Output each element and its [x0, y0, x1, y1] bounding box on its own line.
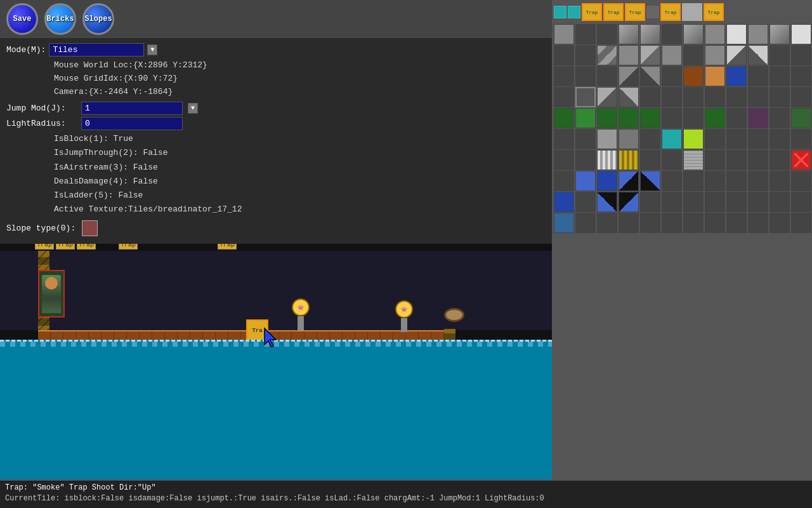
tile-0-7[interactable]: [705, 24, 725, 44]
tile-3-7[interactable]: [705, 87, 725, 107]
tile-4-11[interactable]: [791, 108, 811, 128]
tile-0-10[interactable]: [769, 24, 790, 44]
tile-3-0[interactable]: [554, 87, 574, 107]
tile-5-7[interactable]: [705, 129, 725, 149]
tile-4-10[interactable]: [769, 108, 790, 128]
tile-6-9[interactable]: [748, 150, 768, 170]
tile-0-5[interactable]: [662, 24, 682, 44]
trap-tile-4[interactable]: Trap: [660, 3, 681, 21]
tile-4-4[interactable]: [640, 108, 660, 128]
tile-6-2[interactable]: [597, 150, 617, 170]
tile-3-3[interactable]: [619, 87, 639, 107]
tile-1-5[interactable]: [662, 45, 682, 65]
tile-8-2[interactable]: [597, 192, 617, 212]
tile-9-8[interactable]: [726, 213, 747, 233]
tile-8-4[interactable]: [640, 192, 660, 212]
tile-7-7[interactable]: [705, 171, 725, 191]
jump-mod-dropdown[interactable]: ▼: [188, 103, 198, 114]
tile-6-1[interactable]: [575, 150, 596, 170]
tile-6-7[interactable]: [705, 150, 725, 170]
tile-0-2[interactable]: [597, 24, 617, 44]
tile-2-1[interactable]: [575, 66, 596, 86]
tile-5-10[interactable]: [769, 129, 790, 149]
tile-1-3[interactable]: [619, 45, 639, 65]
tile-1-10[interactable]: [769, 45, 790, 65]
tile-6-0[interactable]: [554, 150, 574, 170]
tile-6-8[interactable]: [726, 150, 747, 170]
tile-4-0[interactable]: [554, 108, 574, 128]
mode-input[interactable]: [49, 43, 144, 57]
tile-9-5[interactable]: [662, 213, 682, 233]
tile-0-11[interactable]: [791, 24, 811, 44]
tile-3-11[interactable]: [791, 87, 811, 107]
tile-0-1[interactable]: [575, 24, 596, 44]
tile-0-9[interactable]: [748, 24, 768, 44]
tile-2-9[interactable]: [748, 66, 768, 86]
tile-9-1[interactable]: [575, 213, 596, 233]
tile-9-2[interactable]: [597, 213, 617, 233]
tile-2-8[interactable]: [726, 66, 747, 86]
slopes-button[interactable]: Slopes: [82, 3, 114, 35]
tile-1-11[interactable]: [791, 45, 811, 65]
trap-tile-2[interactable]: Trap: [603, 3, 624, 21]
tile-7-8[interactable]: [726, 171, 747, 191]
trap-tile-3[interactable]: Trap: [625, 3, 645, 21]
tile-1-1[interactable]: [575, 45, 596, 65]
tile-8-5[interactable]: [662, 192, 682, 212]
tile-5-6[interactable]: [683, 129, 704, 149]
tile-9-0[interactable]: [554, 213, 574, 233]
tile-1-7[interactable]: [705, 45, 725, 65]
tile-9-10[interactable]: [769, 213, 790, 233]
tile-2-4[interactable]: [640, 66, 660, 86]
tile-9-4[interactable]: [640, 213, 660, 233]
tile-5-2[interactable]: [597, 129, 617, 149]
tile-8-6[interactable]: [683, 192, 704, 212]
tile-2-6[interactable]: [683, 66, 704, 86]
tile-1-0[interactable]: [554, 45, 574, 65]
tile-4-3[interactable]: [619, 108, 639, 128]
tile-3-1[interactable]: [575, 87, 596, 107]
tile-8-10[interactable]: [769, 192, 790, 212]
gray-tile[interactable]: [682, 3, 702, 21]
tile-1-9[interactable]: [748, 45, 768, 65]
tile-7-4[interactable]: [640, 171, 660, 191]
tile-2-11[interactable]: [791, 66, 811, 86]
tile-7-6[interactable]: [683, 171, 704, 191]
tile-3-5[interactable]: [662, 87, 682, 107]
tile-7-2[interactable]: [597, 171, 617, 191]
tile-3-6[interactable]: [683, 87, 704, 107]
tile-0-3[interactable]: [619, 24, 639, 44]
tile-6-6[interactable]: [683, 150, 704, 170]
tile-0-4[interactable]: [640, 24, 660, 44]
tile-3-9[interactable]: [748, 87, 768, 107]
game-area[interactable]: Trap Trap Trap Trap Trap 👾 👾 Tra: [0, 235, 552, 479]
tile-9-7[interactable]: [705, 213, 725, 233]
tile-4-7[interactable]: [705, 108, 725, 128]
tile-5-9[interactable]: [748, 129, 768, 149]
tile-7-9[interactable]: [748, 171, 768, 191]
teal-tile-1[interactable]: [554, 6, 566, 18]
tile-1-2[interactable]: [597, 45, 617, 65]
tile-3-2[interactable]: [597, 87, 617, 107]
tile-6-4[interactable]: [640, 150, 660, 170]
tile-7-1[interactable]: [575, 171, 596, 191]
tile-9-11[interactable]: [791, 213, 811, 233]
tile-4-9[interactable]: [748, 108, 768, 128]
trap-tile-1[interactable]: Trap: [582, 3, 602, 21]
tile-7-10[interactable]: [769, 171, 790, 191]
tile-3-8[interactable]: [726, 87, 747, 107]
tile-1-4[interactable]: [640, 45, 660, 65]
tile-2-10[interactable]: [769, 66, 790, 86]
tile-6-10[interactable]: [769, 150, 790, 170]
tile-1-6[interactable]: [683, 45, 704, 65]
tile-0-0[interactable]: [554, 24, 574, 44]
tile-7-11[interactable]: [791, 171, 811, 191]
tile-4-2[interactable]: [597, 108, 617, 128]
tile-9-6[interactable]: [683, 213, 704, 233]
tile-5-8[interactable]: [726, 129, 747, 149]
tile-0-6[interactable]: [683, 24, 704, 44]
tile-4-6[interactable]: [683, 108, 704, 128]
mode-dropdown[interactable]: ▼: [147, 44, 157, 55]
tile-7-3[interactable]: [619, 171, 639, 191]
tile-2-3[interactable]: [619, 66, 639, 86]
